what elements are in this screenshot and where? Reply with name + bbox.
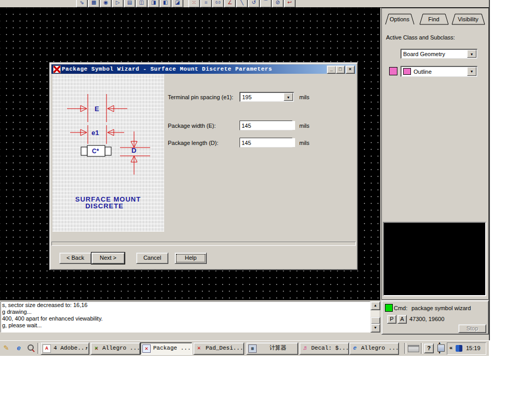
ie-icon: e [351, 344, 358, 352]
control-panel-tabs: Options Find Visibility [382, 12, 488, 25]
class-dropdown-value: Board Geometry [403, 51, 445, 57]
class-dropdown[interactable]: Board Geometry ▼ [401, 49, 477, 59]
allegro-icon: ✕ [92, 344, 100, 352]
search-icon[interactable] [26, 343, 36, 353]
help-button[interactable]: Help [175, 252, 207, 264]
show-desktop-icon[interactable]: ✎ [1, 343, 11, 353]
tab-options-label[interactable]: Options [390, 16, 409, 22]
toolbar-button[interactable]: ◉ [100, 0, 112, 8]
subclass-dropdown-swatch [403, 68, 411, 75]
toolbar-button[interactable]: ╲ [236, 0, 248, 8]
cursor-coordinates: 47300, 19600 [409, 316, 444, 322]
taskbar-divider [421, 343, 423, 354]
back-button[interactable]: < Back [59, 252, 91, 264]
ie-icon[interactable]: e [14, 343, 24, 353]
tray-collapse-down-icon[interactable]: ▼ [438, 351, 441, 354]
chevron-down-icon[interactable]: ▼ [467, 67, 476, 76]
package-wizard-icon: ✕ [142, 344, 151, 353]
taskbar-button-allegro-web[interactable]: e Allegro ... [349, 342, 399, 355]
world-view[interactable] [383, 222, 486, 296]
cancel-button[interactable]: Cancel [136, 252, 168, 264]
toolbar-button[interactable]: ↩ [284, 0, 296, 8]
tray-expand-up-icon[interactable]: ▲ [438, 341, 441, 344]
maximize-button[interactable]: □ [336, 65, 345, 74]
toolbar-button[interactable]: ◫ [136, 0, 148, 8]
toolbar-button[interactable]: ▷ [112, 0, 124, 8]
pin-spacing-unit: mils [299, 94, 310, 100]
system-tray: « 15:19 [447, 342, 486, 355]
dimension-drawing: E e1 C* [52, 74, 164, 232]
tab-find-label[interactable]: Find [428, 16, 439, 22]
pick-button[interactable]: P [387, 315, 396, 324]
tab-visibility-label[interactable]: Visibility [458, 16, 478, 22]
package-length-fieldbox [240, 138, 292, 148]
toolbar-button[interactable]: ↺ [248, 0, 260, 8]
window-layout-icon[interactable] [437, 344, 445, 352]
help-tray-icon[interactable]: ? [424, 343, 434, 353]
dialog-titlebar[interactable]: Package Symbol Wizard - Surface Mount Di… [51, 64, 356, 74]
stop-button[interactable]: Stop [458, 324, 486, 333]
subclass-dropdown[interactable]: Outline ▼ [401, 66, 477, 77]
diagram-label-e: E [95, 105, 99, 113]
package-width-input[interactable] [240, 121, 295, 130]
diagram-label-e1: e1 [91, 129, 99, 137]
taskbar-button-label: 计算器 [270, 345, 287, 351]
subclass-color-swatch [389, 67, 397, 75]
taskbar-divider [404, 343, 406, 354]
clock[interactable]: 15:19 [466, 345, 481, 351]
taskbar-button-label: Allegro ... [102, 345, 140, 351]
package-symbol-wizard-dialog: Package Symbol Wizard - Surface Mount Di… [49, 62, 358, 270]
toolbar-button[interactable]: ⇘ [76, 0, 88, 8]
taskbar-button-decal[interactable]: ♬ Decal: $... [299, 342, 349, 355]
scroll-down-icon[interactable]: ▼ [370, 324, 380, 332]
toolbar-button[interactable]: ⁙ [188, 0, 200, 8]
scroll-up-icon[interactable]: ▲ [370, 301, 380, 310]
toolbar-button[interactable]: ▩ [88, 0, 100, 8]
toolbar-button[interactable]: 0.0 [212, 0, 224, 8]
taskbar-button-pad-designer[interactable]: ✕ Pad_Desi... [193, 342, 244, 355]
toolbar-button[interactable]: ⌗ [200, 0, 212, 8]
toolbar-button[interactable]: ◪ [171, 0, 183, 8]
pin-spacing-combo[interactable]: 195 ▼ [240, 92, 294, 102]
taskbar-button-label: Package ... [153, 345, 191, 351]
console-log[interactable]: s, sector size decreased to: 16,16 g dra… [1, 301, 370, 332]
toolbar-button[interactable]: ⊘ [272, 0, 284, 8]
desktop-screen: ⇘ ▩ ◉ ▷ ▤ ◫ ◨ ◧ ◪ ⁙ ⌗ 0.0 ∠ ╲ ↺ ⌒ ⊘ ↩ [0, 0, 532, 399]
taskbar-button-label: 4 Adobe... [54, 345, 88, 351]
taskbar-button-label: Pad_Desi... [206, 345, 244, 351]
tray-chevron-icon[interactable]: « [449, 344, 453, 351]
dialog-separator [51, 242, 356, 246]
toolbar-button[interactable]: ◨ [148, 0, 159, 8]
toolbar-button[interactable]: ∠ [224, 0, 236, 8]
chevron-down-icon[interactable]: ▾ [85, 343, 88, 353]
absolute-button[interactable]: A [397, 315, 407, 324]
taskbar-button-calculator[interactable]: ▦ 计算器 [246, 342, 298, 355]
taskbar: ✎ e A 4 Adobe... ▾ ✕ Allegro ... ✕ Packa… [0, 340, 489, 356]
chevron-down-icon[interactable]: ▼ [467, 50, 476, 58]
toolbar-button[interactable]: ⌒ [260, 0, 272, 8]
diagram-caption: DISCRETE [85, 202, 124, 210]
command-panel: Cmd: package symbol wizard P A 47300, 19… [381, 300, 489, 335]
keyboard-layout-icon[interactable] [408, 345, 419, 352]
messenger-icon[interactable] [456, 345, 462, 352]
minimize-button[interactable]: _ [327, 65, 336, 74]
scrollbar-thumb[interactable] [370, 317, 380, 324]
taskbar-button-package[interactable]: ✕ Package ... [140, 342, 192, 355]
console-scrollbar[interactable]: ▲ ▼ [370, 301, 379, 331]
allegro-app-window: ⇘ ▩ ◉ ▷ ▤ ◫ ◨ ◧ ◪ ⁙ ⌗ 0.0 ∠ ╲ ↺ ⌒ ⊘ ↩ [0, 0, 490, 340]
next-button[interactable]: Next > [91, 252, 125, 264]
package-length-label: Package length (D): [168, 140, 218, 146]
pin-spacing-label: Terminal pin spacing (e1): [168, 94, 233, 100]
console-area: s, sector size decreased to: 16,16 g dra… [0, 300, 380, 334]
taskbar-button-allegro[interactable]: ✕ Allegro ... [90, 342, 140, 355]
taskbar-button-label: Allegro ... [361, 345, 399, 351]
package-width-label: Package width (E): [168, 123, 216, 129]
close-icon[interactable]: × [345, 65, 355, 74]
toolbar-button[interactable]: ▤ [124, 0, 136, 8]
taskbar-button-adobe[interactable]: A 4 Adobe... ▾ [41, 342, 89, 355]
app-toolbar: ⇘ ▩ ◉ ▷ ▤ ◫ ◨ ◧ ◪ ⁙ ⌗ 0.0 ∠ ╲ ↺ ⌒ ⊘ ↩ [0, 0, 489, 8]
console-line: g drawing... [1, 309, 370, 315]
package-length-input[interactable] [240, 138, 295, 147]
toolbar-button[interactable]: ◧ [159, 0, 171, 8]
chevron-down-icon[interactable]: ▼ [284, 93, 293, 101]
